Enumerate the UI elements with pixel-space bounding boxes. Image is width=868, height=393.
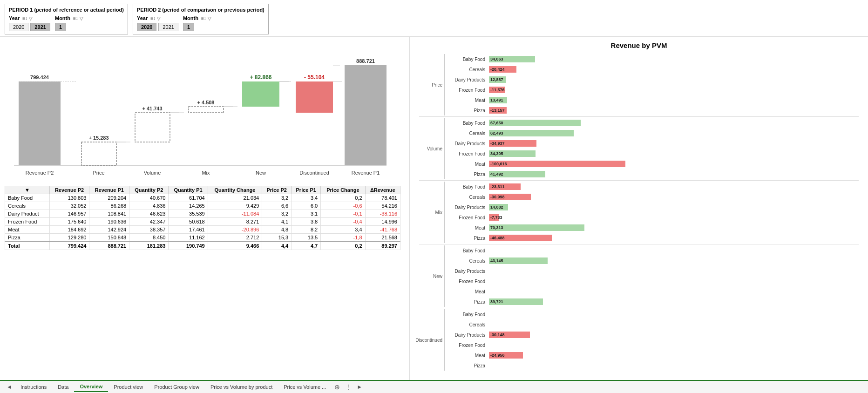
pvm-bar-negative: -30,148 <box>489 332 530 338</box>
pvm-bar-negative: -24,956 <box>489 352 523 359</box>
tab-product-group-view[interactable]: Product Group view <box>149 382 205 392</box>
pvm-row: Meat <box>445 286 859 297</box>
pvm-category-label: Pizza <box>445 299 489 305</box>
bar-discontinued <box>296 81 333 113</box>
cell-price-p2: 3,2 <box>262 210 292 218</box>
pvm-bar-area: -24,956 <box>489 352 859 359</box>
pvm-row: Meat13,491 <box>445 95 859 105</box>
th-category[interactable]: ▼ <box>5 186 50 194</box>
tab-add-icon[interactable]: ⊕ <box>332 382 343 392</box>
cell-category: Baby Food <box>5 194 50 202</box>
period1-year-2020[interactable]: 2020 <box>9 23 28 31</box>
svg-text:+ 41.743: + 41.743 <box>142 106 162 111</box>
pvm-bar-area: -30,998 <box>489 194 859 200</box>
pvm-section-label-mix: Mix <box>419 182 445 243</box>
pvm-category-label: Meat <box>445 353 489 358</box>
cell-qty-chg: 9.466 <box>208 242 262 250</box>
content-area: 799.424 + 15.283 + 41.743 <box>0 37 868 380</box>
pvm-chart-title: Revenue by PVM <box>419 41 859 49</box>
main-container: PERIOD 1 (period of reference or actual … <box>0 0 868 393</box>
cell-delta-rev: 78.401 <box>365 194 400 202</box>
cell-qty-chg: -11.084 <box>208 210 262 218</box>
pvm-bar-area: 13,491 <box>489 97 859 103</box>
period1-month-section: Month ≡↕ ▽ 1 <box>55 15 83 31</box>
period2-year-filter-icon[interactable]: ▽ <box>157 16 161 21</box>
cell-price-p1: 6,0 <box>292 202 321 210</box>
period2-month-1[interactable]: 1 <box>183 23 194 31</box>
pvm-category-label: Cereals <box>445 131 489 136</box>
period1-month-label: Month <box>55 15 70 21</box>
period2-month-sort-icon[interactable]: ≡↕ <box>201 16 206 21</box>
period2-month-filter-icon[interactable]: ▽ <box>208 16 211 21</box>
bar-volume <box>135 113 170 142</box>
cell-rev-p1: 142.924 <box>89 226 129 234</box>
pvm-bar-positive: 70,313 <box>489 224 584 231</box>
period2-year-2021[interactable]: 2021 <box>158 23 178 31</box>
pvm-bar-value-label: -7,733 <box>489 215 504 220</box>
pvm-category-label: Baby Food <box>445 312 489 317</box>
table-area: ▼ Revenue P2 Revenue P1 Quantity P2 Quan… <box>0 186 409 250</box>
period1-year-filter-icon[interactable]: ▽ <box>29 16 33 21</box>
cell-category: Total <box>5 242 50 250</box>
pvm-category-label: Baby Food <box>445 248 489 253</box>
table-row: Total 799.424 888.721 181.283 190.749 9.… <box>5 242 400 250</box>
cell-qty-p1: 50.618 <box>169 218 208 226</box>
pvm-group-divider <box>419 180 859 181</box>
pvm-bar-value-label: 34,305 <box>489 151 505 156</box>
th-price-p1: Price P1 <box>292 186 321 194</box>
cell-delta-rev: 54.216 <box>365 202 400 210</box>
tab-instructions[interactable]: Instructions <box>15 382 52 392</box>
th-rev-p2: Revenue P2 <box>49 186 89 194</box>
pvm-row: Meat-100,616 <box>445 159 859 169</box>
cell-qty-p2: 42.347 <box>129 218 169 226</box>
pvm-bar-value-label: -11,576 <box>489 88 506 92</box>
period2-year-2020[interactable]: 2020 <box>137 23 156 31</box>
tab-scroll-right[interactable]: ► <box>354 383 365 391</box>
tab-nav-right[interactable]: ⋮ <box>343 383 354 391</box>
tab-price-vs-volume[interactable]: Price vs Volume ... <box>278 382 332 392</box>
pvm-row: Frozen Food34,305 <box>445 149 859 159</box>
pvm-row: Cereals-30,998 <box>445 192 859 202</box>
pvm-bar-area: 12,887 <box>489 76 859 83</box>
tab-nav-left[interactable]: ◄ <box>4 383 15 391</box>
table-row: Meat 184.692 142.924 38.357 17.461 -20.8… <box>5 226 400 234</box>
cell-rev-p2: 175.640 <box>49 218 89 226</box>
pvm-bar-value-label: -34,937 <box>489 141 506 146</box>
cell-delta-rev: -38.116 <box>365 210 400 218</box>
svg-text:799.424: 799.424 <box>30 75 49 80</box>
pvm-bar-positive: 43,145 <box>489 257 548 264</box>
period1-year-2021[interactable]: 2021 <box>30 23 50 31</box>
pvm-category-label: Frozen Food <box>445 279 489 284</box>
pvm-category-label: Cereals <box>445 67 489 72</box>
pvm-row: Baby Food34,063 <box>445 54 859 64</box>
tab-price-vs-volume-by-product[interactable]: Price vs Volume by product <box>205 382 278 392</box>
bar-revenue-p2 <box>19 81 61 165</box>
pvm-row: Dairy Products14,082 <box>445 202 859 212</box>
tab-product-view[interactable]: Product view <box>108 382 149 392</box>
tab-data[interactable]: Data <box>52 382 74 392</box>
pvm-bar-area: -23,311 <box>489 183 859 190</box>
period1-year-buttons: 2020 2021 <box>9 23 50 31</box>
pvm-category-label: Pizza <box>445 363 489 368</box>
bar-mix <box>189 107 224 113</box>
cell-delta-rev: 14.996 <box>365 218 400 226</box>
period1-year-sort-icon[interactable]: ≡↕ <box>22 16 27 21</box>
cell-rev-p1: 190.636 <box>89 218 129 226</box>
period2-year-sort-icon[interactable]: ≡↕ <box>150 16 156 21</box>
pvm-bar-area: 70,313 <box>489 224 859 231</box>
pvm-bar-value-label: 70,313 <box>489 225 505 230</box>
pvm-bar-value-label: -13,157 <box>489 108 506 113</box>
cell-rev-p1: 108.841 <box>89 210 129 218</box>
period2-year-buttons: 2020 2021 <box>137 23 178 31</box>
tab-overview[interactable]: Overview <box>74 382 108 392</box>
pvm-row: Baby Food-23,311 <box>445 182 859 192</box>
pvm-bar-positive: 14,082 <box>489 204 508 210</box>
bottom-tabs: ◄ Instructions Data Overview Product vie… <box>0 380 868 393</box>
period1-month-sort-icon[interactable]: ≡↕ <box>73 16 78 21</box>
cell-price-p2: 15,3 <box>262 234 292 242</box>
period2-month-buttons: 1 <box>183 23 211 31</box>
pvm-row: Pizza-46,488 <box>445 233 859 243</box>
pvm-bar-value-label: 13,491 <box>489 98 505 102</box>
period1-month-1[interactable]: 1 <box>55 23 66 31</box>
period1-month-filter-icon[interactable]: ▽ <box>80 16 83 21</box>
